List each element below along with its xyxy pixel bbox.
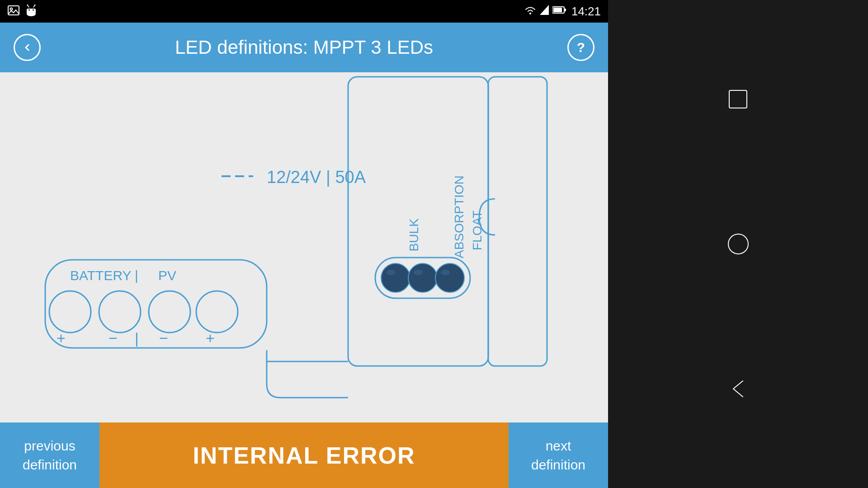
svg-text:BATTERY: BATTERY: [70, 268, 132, 283]
svg-text:FLOAT: FLOAT: [470, 211, 484, 250]
previous-definition-button[interactable]: previousdefinition: [0, 422, 99, 488]
svg-point-28: [441, 270, 450, 275]
svg-rect-3: [27, 9, 36, 14]
svg-text:BULK: BULK: [407, 218, 421, 251]
svg-point-33: [49, 291, 91, 333]
svg-marker-11: [540, 5, 549, 15]
svg-text:ABSORPTION: ABSORPTION: [452, 175, 466, 258]
image-icon: [7, 4, 20, 19]
svg-point-25: [435, 263, 464, 292]
svg-point-8: [27, 5, 28, 6]
svg-point-36: [196, 291, 238, 333]
status-bar-left: [7, 4, 37, 19]
next-definition-label: nextdefinition: [531, 436, 585, 474]
svg-text:−: −: [159, 329, 168, 347]
signal-icon: [540, 5, 549, 18]
svg-point-23: [381, 263, 410, 292]
svg-rect-13: [553, 8, 562, 12]
svg-text:|: |: [135, 268, 138, 283]
status-bar: 14:21: [0, 0, 608, 23]
header: LED definitions: MPPT 3 LEDs ?: [0, 23, 608, 72]
android-nav-bar: [608, 0, 868, 488]
svg-point-9: [34, 5, 36, 6]
svg-point-4: [28, 9, 30, 10]
svg-rect-14: [564, 9, 566, 11]
svg-text:PV: PV: [158, 268, 176, 283]
svg-rect-16: [488, 77, 547, 366]
android-icon: [25, 4, 37, 19]
recent-apps-button[interactable]: [726, 87, 750, 112]
svg-point-26: [387, 270, 396, 275]
back-button[interactable]: [14, 34, 41, 61]
svg-point-27: [414, 270, 423, 275]
bottom-bar: previousdefinition INTERNAL ERROR nextde…: [0, 422, 608, 488]
svg-text:12/24V | 50A: 12/24V | 50A: [267, 168, 366, 187]
clock-display: 14:21: [571, 5, 601, 19]
svg-point-43: [728, 234, 748, 254]
help-button[interactable]: ?: [567, 34, 594, 61]
page-title: LED definitions: MPPT 3 LEDs: [175, 37, 433, 58]
svg-text:+: +: [57, 329, 66, 347]
wifi-icon: [524, 5, 536, 18]
svg-point-34: [99, 291, 141, 333]
question-mark: ?: [577, 40, 585, 55]
battery-icon: [552, 5, 566, 18]
error-status-text: INTERNAL ERROR: [193, 442, 415, 469]
next-definition-button[interactable]: nextdefinition: [509, 422, 608, 488]
svg-rect-0: [8, 6, 19, 15]
previous-definition-label: previousdefinition: [23, 436, 77, 474]
svg-point-10: [529, 13, 531, 14]
system-back-button[interactable]: [726, 376, 750, 401]
app-area: 14:21 LED definitions: MPPT 3 LEDs ?: [0, 0, 608, 488]
svg-rect-42: [729, 90, 747, 108]
status-panel: INTERNAL ERROR: [99, 422, 509, 488]
main-content: 12/24V | 50A BULK ABSORPTION FLOAT: [0, 72, 608, 422]
svg-point-24: [408, 263, 437, 292]
svg-text:+: +: [206, 329, 215, 347]
svg-point-1: [10, 8, 13, 10]
svg-text:−: −: [108, 329, 118, 347]
svg-text:|: |: [135, 329, 139, 347]
home-button[interactable]: [725, 230, 752, 258]
svg-point-35: [149, 291, 190, 333]
svg-point-5: [33, 9, 34, 10]
status-bar-right: 14:21: [524, 5, 601, 19]
mppt-diagram: 12/24V | 50A BULK ABSORPTION FLOAT: [0, 72, 608, 422]
